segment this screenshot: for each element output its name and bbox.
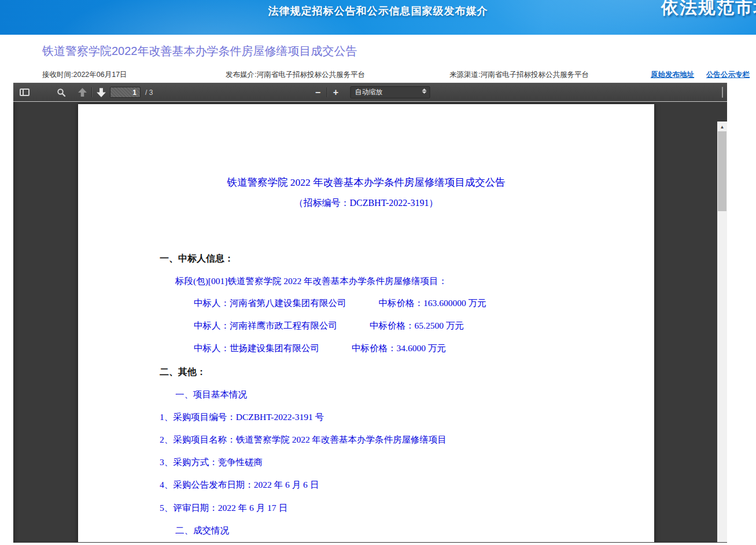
scroll-up-icon[interactable]: ▲	[717, 122, 727, 131]
sub-heading: 二、成交情况	[175, 525, 229, 537]
spinner-icon	[422, 89, 427, 94]
section-heading: 二、其他：	[160, 366, 206, 378]
toolbar-right-separator	[722, 87, 723, 98]
meta-publish-media: 发布媒介:河南省电子招标投标公共服务平台	[226, 70, 365, 80]
winner-price: 中标价格：163.600000 万元	[379, 298, 486, 308]
next-page-button[interactable]	[94, 85, 109, 100]
document-title: 铁道警察学院 2022 年改善基本办学条件房屋修缮项目成交公告	[78, 175, 654, 189]
toolbar-separator	[327, 87, 327, 97]
search-button[interactable]	[54, 85, 69, 100]
banner-right-slogan: 依法规范市场	[661, 0, 756, 20]
lot-line: 标段(包)[001]铁道警察学院 2022 年改善基本办学条件房屋修缮项目：	[175, 275, 447, 288]
zoom-in-button[interactable]: +	[329, 85, 344, 100]
winner-line: 中标人：世扬建设集团有限公司中标价格：34.6000 万元	[194, 343, 446, 355]
sidebar-toggle-button[interactable]	[16, 85, 32, 100]
page-title: 铁道警察学院2022年改善基本办学条件房屋修缮项目成交公告	[42, 43, 357, 59]
zoom-select-value: 自动缩放	[355, 87, 383, 97]
pdf-toolbar: / 3 − + 自动缩放	[13, 83, 727, 102]
scrollbar-thumb[interactable]	[718, 131, 727, 211]
page-down-icon	[96, 88, 106, 97]
zoom-controls: − + 自动缩放	[311, 83, 430, 102]
winner-name: 中标人：世扬建设集团有限公司	[194, 343, 319, 353]
pdf-scroll-area[interactable]: 铁道警察学院 2022 年改善基本办学条件房屋修缮项目成交公告 （招标编号：DC…	[13, 102, 727, 542]
toolbar-separator	[91, 87, 92, 97]
article-meta-row: 接收时间:2022年06月17日 发布媒介:河南省电子招标投标公共服务平台 来源…	[0, 68, 756, 82]
announcement-column-link[interactable]: 公告公示专栏	[706, 70, 750, 80]
meta-received-time: 接收时间:2022年06月17日	[42, 70, 127, 80]
winner-price: 中标价格：65.2500 万元	[370, 321, 464, 330]
winner-line: 中标人：河南省第八建设集团有限公司中标价格：163.600000 万元	[194, 297, 486, 310]
sub-heading: 一、项目基本情况	[175, 389, 247, 401]
zoom-select[interactable]: 自动缩放	[351, 86, 430, 98]
doc-item: 1、采购项目编号：DCZBHT-2022-3191 号	[160, 411, 324, 424]
document-subtitle: （招标编号：DCZBHT-2022-3191）	[78, 197, 654, 209]
page-number-input[interactable]	[110, 87, 141, 98]
banner-slogan: 法律规定招标公告和公示信息国家级发布媒介	[268, 4, 488, 18]
section-heading: 一、中标人信息：	[160, 253, 234, 265]
doc-item: 5、评审日期：2022 年 6 月 17 日	[160, 502, 287, 514]
winner-name: 中标人：河南祥鹰市政工程有限公司	[194, 321, 337, 330]
doc-item: 2、采购项目名称：铁道警察学院 2022 年改善基本办学条件房屋修缮项目	[160, 434, 447, 446]
pdf-page: 铁道警察学院 2022 年改善基本办学条件房屋修缮项目成交公告 （招标编号：DC…	[78, 104, 654, 542]
page-count-label: / 3	[145, 89, 153, 97]
winner-line: 中标人：河南祥鹰市政工程有限公司中标价格：65.2500 万元	[194, 320, 464, 332]
meta-source-channel: 来源渠道:河南省电子招标投标公共服务平台	[449, 70, 589, 80]
doc-item: 4、采购公告发布日期：2022 年 6 月 6 日	[160, 479, 319, 491]
top-banner: 法律规定招标公告和公示信息国家级发布媒介 依法规范市场	[0, 0, 756, 35]
pdf-viewer: / 3 − + 自动缩放 铁道警察学院 2022 年改善基本办学条件房屋修缮项目…	[13, 83, 727, 543]
zoom-out-button[interactable]: −	[311, 85, 326, 100]
page-up-icon	[78, 88, 87, 97]
original-publish-link[interactable]: 原始发布地址	[651, 70, 694, 80]
sidebar-toggle-icon	[20, 89, 29, 96]
winner-price: 中标价格：34.6000 万元	[352, 343, 446, 353]
vertical-scrollbar[interactable]: ▲ ▼	[717, 121, 727, 542]
search-icon	[57, 88, 66, 97]
doc-item: 3、采购方式：竞争性磋商	[160, 456, 263, 469]
winner-name: 中标人：河南省第八建设集团有限公司	[194, 298, 346, 308]
previous-page-button[interactable]	[75, 85, 90, 100]
